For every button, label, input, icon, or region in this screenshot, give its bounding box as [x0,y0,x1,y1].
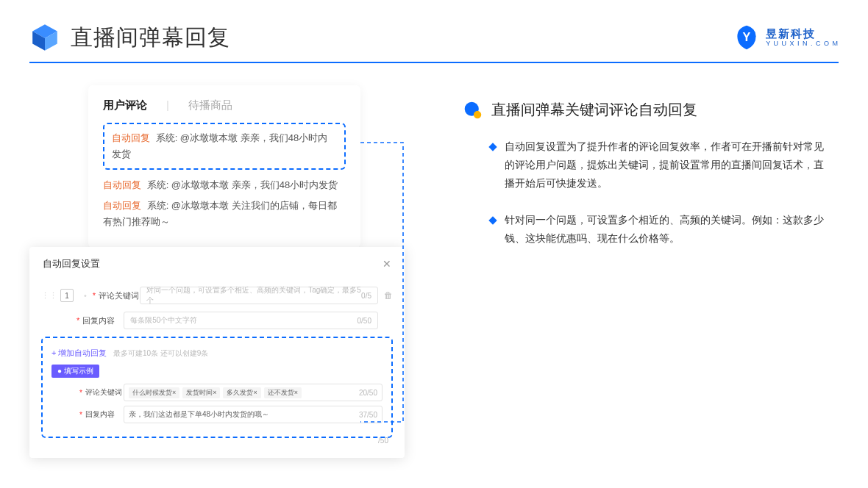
close-icon[interactable]: ✕ [383,258,391,270]
bullet-text: 自动回复设置为了提升作者的评论回复效率，作者可在开播前针对常见的评论用户问题，提… [505,137,831,193]
example-badge: ● 填写示例 [51,365,99,378]
auto-reply-settings-card: 自动回复设置 ✕ ⋮⋮ 1 • * 评论关键词 对同一个问题，可设置多个相近、高… [29,247,405,458]
comment-text: 系统: @冰墩墩本墩 亲亲，我们48小时内发货 [147,179,338,190]
bullet-text: 针对同一个问题，可设置多个相近的、高频的关键词。例如：这款多少钱、这块能优惠吗、… [505,211,831,248]
cube-icon [29,22,60,53]
svg-text:Y: Y [743,30,751,43]
diamond-icon [488,216,497,224]
ex-content-label: 回复内容 [85,409,124,420]
svg-point-5 [474,110,481,118]
keyword-chip[interactable]: 多久发货× [223,387,260,398]
settings-title: 自动回复设置 [43,257,100,270]
brand-logo: Y 昱新科技 Y U U X I N . C O M [733,24,839,51]
rule-index: 1 [60,289,74,302]
tab-pending-goods[interactable]: 待播商品 [188,98,232,112]
keyword-label: 评论关键词 [99,290,140,301]
section-title: 直播间弹幕关键词评论自动回复 [491,100,697,120]
example-box: + 增加自动回复 最多可建10条 还可以创建9条 ● 填写示例 * 评论关键词 … [41,337,393,438]
keyword-input[interactable]: 对同一个问题，可设置多个相近、高频的关键词，Tag确定，最多5个 0/5 [140,287,378,304]
auto-reply-tag: 自动回复 [103,200,141,211]
ex-content-input[interactable]: 亲，我们这边都是下单48小时内发货的哦～ 37/50 [124,406,383,423]
auto-reply-tag: 自动回复 [112,132,150,143]
keyword-chip[interactable]: 什么时候发货× [129,387,179,398]
ex-keyword-input[interactable]: 什么时候发货×发货时间×多久发货×还不发货× 20/50 [124,384,383,401]
content-input[interactable]: 每条限50个中文字符 0/50 [124,312,378,329]
comments-card: 用户评论 | 待播商品 自动回复 系统: @冰墩墩本墩 亲亲，我们48小时内发货… [88,85,360,248]
bubble-icon [463,101,483,120]
keyword-chip[interactable]: 发货时间× [182,387,220,398]
content-label: 回复内容 [82,315,124,326]
keyword-chip[interactable]: 还不发货× [264,387,302,398]
page-header: 直播间弹幕回复 Y 昱新科技 Y U U X I N . C O M [0,0,868,62]
page-title: 直播间弹幕回复 [71,23,230,53]
drag-handle-icon[interactable]: ⋮⋮ [41,291,57,301]
highlighted-comment: 自动回复 系统: @冰墩墩本墩 亲亲，我们48小时内发货 [103,123,346,170]
ex-keyword-label: 评论关键词 [85,387,124,398]
tab-user-comments[interactable]: 用户评论 [103,98,147,112]
screenshot-area: 用户评论 | 待播商品 自动回复 系统: @冰墩墩本墩 亲亲，我们48小时内发货… [29,85,419,265]
brand-name-cn: 昱新科技 [766,28,839,40]
auto-reply-tag: 自动回复 [103,179,141,190]
tab-divider: | [166,98,169,112]
diamond-icon [488,143,497,151]
description-area: 直播间弹幕关键词评论自动回复 自动回复设置为了提升作者的评论回复效率，作者可在开… [419,85,831,265]
brand-name-en: Y U U X I N . C O M [766,40,839,47]
trash-icon[interactable]: 🗑 [384,290,393,301]
add-hint: 最多可建10条 还可以创建9条 [113,349,208,357]
add-auto-reply-link[interactable]: + 增加自动回复 [51,348,107,357]
